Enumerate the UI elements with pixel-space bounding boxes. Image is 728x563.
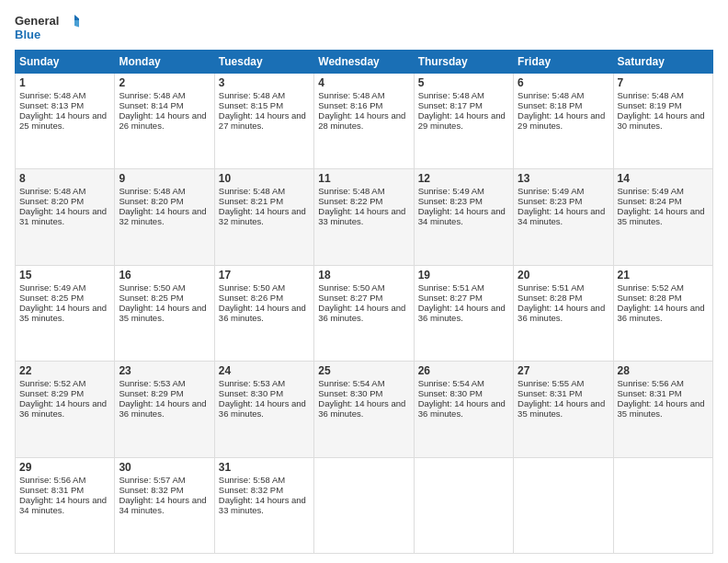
day-number: 5 [418,76,509,89]
calendar-cell: 8 Sunrise: 5:48 AM Sunset: 8:20 PM Dayli… [16,169,115,265]
sunrise-text: Sunrise: 5:48 AM [318,186,384,196]
calendar-header-monday: Monday [115,51,214,74]
sunset-text: Sunset: 8:29 PM [19,388,84,398]
daylight-text: Daylight: 14 hours and 36 minutes. [318,303,405,323]
sunset-text: Sunset: 8:16 PM [318,100,382,110]
sunset-text: Sunset: 8:22 PM [318,196,382,206]
daylight-text: Daylight: 14 hours and 33 minutes. [219,495,306,515]
sunrise-text: Sunrise: 5:56 AM [19,475,85,485]
day-number: 26 [418,364,509,377]
sunrise-text: Sunrise: 5:50 AM [119,282,185,293]
sunset-text: Sunset: 8:29 PM [119,388,183,398]
day-number: 11 [318,172,409,185]
sunset-text: Sunset: 8:24 PM [618,196,682,206]
sunset-text: Sunset: 8:32 PM [119,485,183,495]
calendar-cell: 12 Sunrise: 5:49 AM Sunset: 8:23 PM Dayl… [414,169,513,265]
day-number: 21 [618,269,709,282]
sunset-text: Sunset: 8:14 PM [119,100,183,110]
calendar-week-row: 15 Sunrise: 5:49 AM Sunset: 8:25 PM Dayl… [16,265,713,361]
calendar-cell: 29 Sunrise: 5:56 AM Sunset: 8:31 PM Dayl… [16,457,115,553]
day-number: 2 [119,76,210,89]
calendar-header-row: SundayMondayTuesdayWednesdayThursdayFrid… [16,51,713,74]
calendar-cell: 22 Sunrise: 5:52 AM Sunset: 8:29 PM Dayl… [16,362,115,457]
calendar-table: SundayMondayTuesdayWednesdayThursdayFrid… [15,50,713,554]
calendar-cell: 30 Sunrise: 5:57 AM Sunset: 8:32 PM Dayl… [115,457,214,553]
daylight-text: Daylight: 14 hours and 28 minutes. [318,110,405,131]
calendar-cell: 5 Sunrise: 5:48 AM Sunset: 8:17 PM Dayli… [414,74,513,169]
day-number: 8 [19,172,110,185]
sunrise-text: Sunrise: 5:48 AM [518,90,584,100]
calendar-cell: 17 Sunrise: 5:50 AM Sunset: 8:26 PM Dayl… [214,265,313,361]
sunset-text: Sunset: 8:21 PM [219,196,283,206]
calendar-week-row: 1 Sunrise: 5:48 AM Sunset: 8:13 PM Dayli… [16,74,713,169]
calendar-cell: 10 Sunrise: 5:48 AM Sunset: 8:21 PM Dayl… [214,169,313,265]
sunset-text: Sunset: 8:28 PM [618,293,682,303]
sunrise-text: Sunrise: 5:51 AM [418,282,484,293]
calendar-cell: 7 Sunrise: 5:48 AM Sunset: 8:19 PM Dayli… [613,74,712,169]
calendar-cell: 24 Sunrise: 5:53 AM Sunset: 8:30 PM Dayl… [214,362,313,457]
day-number: 15 [19,269,110,282]
daylight-text: Daylight: 14 hours and 35 minutes. [518,398,605,419]
day-number: 18 [318,269,409,282]
calendar-week-row: 29 Sunrise: 5:56 AM Sunset: 8:31 PM Dayl… [16,457,713,553]
day-number: 6 [518,76,609,89]
sunrise-text: Sunrise: 5:58 AM [219,475,285,485]
calendar-header-thursday: Thursday [414,51,513,74]
day-number: 9 [119,172,210,185]
calendar-cell [514,457,613,553]
sunrise-text: Sunrise: 5:52 AM [19,378,85,388]
sunset-text: Sunset: 8:19 PM [618,100,682,110]
calendar-cell: 15 Sunrise: 5:49 AM Sunset: 8:25 PM Dayl… [16,265,115,361]
calendar-header-saturday: Saturday [613,51,712,74]
sunset-text: Sunset: 8:25 PM [119,293,183,303]
day-number: 7 [618,76,709,89]
calendar-cell [414,457,513,553]
daylight-text: Daylight: 14 hours and 32 minutes. [219,206,306,226]
sunrise-text: Sunrise: 5:56 AM [618,378,684,388]
sunset-text: Sunset: 8:31 PM [518,388,582,398]
day-number: 25 [318,364,409,377]
daylight-text: Daylight: 14 hours and 25 minutes. [19,110,107,131]
sunset-text: Sunset: 8:30 PM [318,388,382,398]
day-number: 19 [418,269,509,282]
svg-text:General: General [15,14,59,28]
sunrise-text: Sunrise: 5:48 AM [119,90,185,100]
calendar-cell [314,457,414,553]
sunset-text: Sunset: 8:28 PM [518,293,582,303]
page: General Blue SundayMondayTuesdayWednesda… [0,0,728,563]
sunrise-text: Sunrise: 5:51 AM [518,282,584,293]
calendar-cell: 2 Sunrise: 5:48 AM Sunset: 8:14 PM Dayli… [115,74,214,169]
day-number: 29 [19,461,110,474]
sunset-text: Sunset: 8:31 PM [618,388,682,398]
sunrise-text: Sunrise: 5:48 AM [19,90,85,100]
calendar-cell: 13 Sunrise: 5:49 AM Sunset: 8:23 PM Dayl… [514,169,613,265]
daylight-text: Daylight: 14 hours and 33 minutes. [318,206,405,226]
calendar-cell: 26 Sunrise: 5:54 AM Sunset: 8:30 PM Dayl… [414,362,513,457]
sunset-text: Sunset: 8:32 PM [219,485,283,495]
calendar-cell: 25 Sunrise: 5:54 AM Sunset: 8:30 PM Dayl… [314,362,414,457]
sunrise-text: Sunrise: 5:54 AM [418,378,484,388]
calendar-header-wednesday: Wednesday [314,51,414,74]
sunset-text: Sunset: 8:18 PM [518,100,582,110]
calendar-week-row: 8 Sunrise: 5:48 AM Sunset: 8:20 PM Dayli… [16,169,713,265]
calendar-cell [613,457,712,553]
sunrise-text: Sunrise: 5:50 AM [219,282,285,293]
sunset-text: Sunset: 8:23 PM [418,196,483,206]
daylight-text: Daylight: 14 hours and 36 minutes. [119,398,206,419]
day-number: 17 [219,269,310,282]
calendar-cell: 9 Sunrise: 5:48 AM Sunset: 8:20 PM Dayli… [115,169,214,265]
daylight-text: Daylight: 14 hours and 27 minutes. [219,110,306,131]
calendar-header-tuesday: Tuesday [214,51,313,74]
daylight-text: Daylight: 14 hours and 36 minutes. [219,303,306,323]
logo-svg: General Blue [15,11,79,44]
svg-marker-3 [74,20,79,28]
header: General Blue [15,11,713,44]
sunset-text: Sunset: 8:13 PM [19,100,84,110]
sunset-text: Sunset: 8:23 PM [518,196,582,206]
day-number: 10 [219,172,310,185]
sunset-text: Sunset: 8:27 PM [318,293,382,303]
calendar-cell: 20 Sunrise: 5:51 AM Sunset: 8:28 PM Dayl… [514,265,613,361]
calendar-cell: 3 Sunrise: 5:48 AM Sunset: 8:15 PM Dayli… [214,74,313,169]
svg-marker-2 [74,15,79,20]
sunset-text: Sunset: 8:15 PM [219,100,283,110]
